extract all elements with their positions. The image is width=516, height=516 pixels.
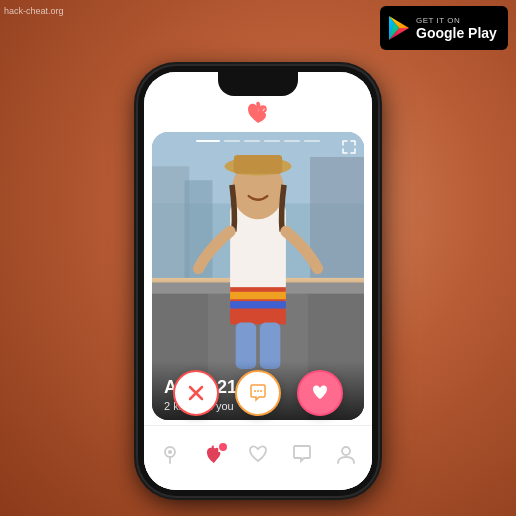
app-logo-icon xyxy=(244,99,272,127)
svg-rect-16 xyxy=(234,155,282,174)
location-pin-icon xyxy=(159,443,181,465)
svg-point-27 xyxy=(342,447,350,455)
phone-notch xyxy=(218,72,298,96)
svg-rect-18 xyxy=(230,292,286,299)
photo-dot-4 xyxy=(264,140,280,142)
google-play-badge[interactable]: GET IT ON Google Play xyxy=(380,6,508,50)
nav-item-messages[interactable] xyxy=(291,443,313,465)
svg-point-24 xyxy=(260,390,262,392)
svg-rect-7 xyxy=(152,166,189,278)
nav-item-swipe[interactable] xyxy=(203,443,225,465)
photo-dot-2 xyxy=(224,140,240,142)
photo-indicators xyxy=(152,140,364,142)
app-header xyxy=(144,98,372,134)
svg-point-22 xyxy=(254,390,256,392)
app-content: Alice, 21 ✓ 2 km from you xyxy=(144,72,372,490)
phone-wrapper: Alice, 21 ✓ 2 km from you xyxy=(118,66,398,516)
nav-item-explore[interactable] xyxy=(159,443,181,465)
phone-body: Alice, 21 ✓ 2 km from you xyxy=(138,66,378,496)
gplay-store-name: Google Play xyxy=(416,25,497,41)
photo-dot-1 xyxy=(196,140,220,142)
watermark: hack-cheat.org xyxy=(4,6,64,16)
phone-screen: Alice, 21 ✓ 2 km from you xyxy=(144,72,372,490)
photo-dot-6 xyxy=(304,140,320,142)
bottom-navigation xyxy=(144,425,372,490)
nav-item-profile[interactable] xyxy=(335,443,357,465)
like-button[interactable] xyxy=(297,370,343,416)
nav-item-likes[interactable] xyxy=(247,443,269,465)
svg-rect-19 xyxy=(230,301,286,308)
chat-nav-icon xyxy=(291,443,313,465)
x-icon xyxy=(186,383,206,403)
dislike-button[interactable] xyxy=(173,370,219,416)
heart-nav-icon xyxy=(247,443,269,465)
superlike-button[interactable] xyxy=(235,370,281,416)
svg-point-23 xyxy=(257,390,259,392)
photo-dot-5 xyxy=(284,140,300,142)
heart-icon xyxy=(310,383,330,403)
photo-dot-3 xyxy=(244,140,260,142)
play-store-icon xyxy=(388,15,410,41)
person-nav-icon xyxy=(335,443,357,465)
flame-nav-icon xyxy=(203,443,225,465)
tinder-logo xyxy=(244,99,272,133)
svg-point-26 xyxy=(168,450,172,454)
action-buttons-row xyxy=(144,370,372,416)
gplay-text-block: GET IT ON Google Play xyxy=(416,16,497,41)
chat-icon xyxy=(248,383,268,403)
fullscreen-icon xyxy=(342,140,356,154)
gplay-get-label: GET IT ON xyxy=(416,16,497,25)
expand-icon[interactable] xyxy=(342,140,356,157)
